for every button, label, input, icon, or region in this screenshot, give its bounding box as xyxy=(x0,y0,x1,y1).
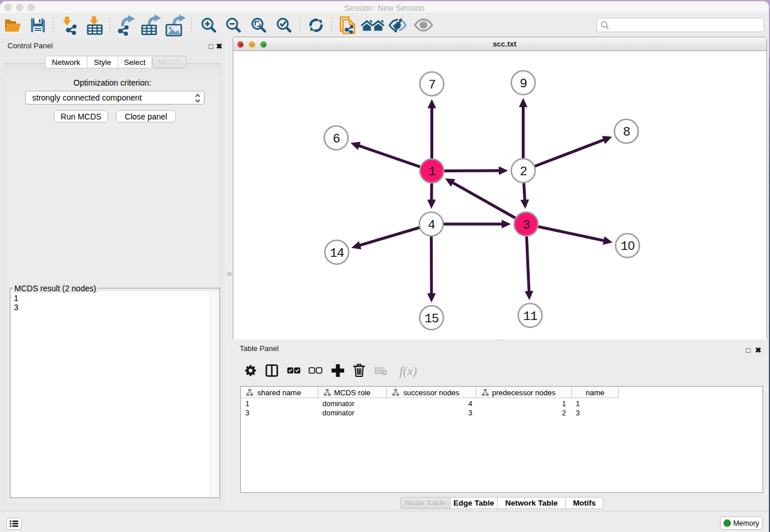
svg-text:11: 11 xyxy=(523,310,537,324)
svg-text:1: 1 xyxy=(428,165,436,179)
svg-text:8: 8 xyxy=(623,125,630,140)
svg-text:15: 15 xyxy=(425,312,438,326)
svg-text:2: 2 xyxy=(519,165,526,179)
svg-text:9: 9 xyxy=(519,77,526,91)
svg-text:4: 4 xyxy=(428,218,435,233)
svg-text:f(x): f(x) xyxy=(399,364,417,378)
svg-text:14: 14 xyxy=(330,246,344,261)
svg-text:3: 3 xyxy=(522,218,529,233)
svg-text:7: 7 xyxy=(428,78,435,92)
svg-text:10: 10 xyxy=(621,240,634,254)
svg-text:6: 6 xyxy=(333,132,340,147)
